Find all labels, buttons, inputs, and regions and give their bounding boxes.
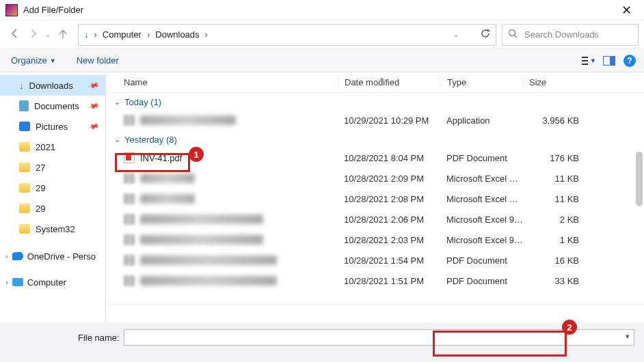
sidebar-group-onedrive[interactable]: ›OneDrive - Perso: [0, 245, 105, 268]
sidebar-item-folder[interactable]: 27: [0, 157, 105, 178]
cell-date: 10/28/2021 2:03 PM: [338, 235, 441, 245]
sidebar-item-folder[interactable]: 29: [0, 198, 105, 219]
cell-type: Microsoft Excel 97...: [441, 235, 523, 245]
sidebar-item-pictures[interactable]: Pictures📌: [0, 116, 105, 137]
sidebar-item-label: Documents: [34, 101, 79, 111]
cell-name: INV-41.pdf: [140, 153, 182, 163]
chevron-right-icon: ›: [205, 29, 208, 40]
pin-icon: 📌: [88, 120, 100, 133]
sidebar-item-downloads[interactable]: ↓Downloads📌: [0, 75, 105, 96]
sidebar-group-computer[interactable]: ›Computer: [0, 270, 105, 294]
sidebar-item-label: Pictures: [36, 122, 68, 132]
file-row[interactable]: 10/28/2021 2:06 PM Microsoft Excel 97...…: [110, 209, 644, 229]
sidebar-item-folder[interactable]: System32: [0, 219, 105, 239]
cell-size: 11 KB: [523, 173, 591, 184]
recent-dropdown[interactable]: ⌄: [45, 31, 51, 38]
search-input[interactable]: [523, 29, 632, 40]
filename-input[interactable]: [124, 329, 634, 346]
column-name[interactable]: Name: [106, 77, 338, 87]
chevron-right-icon: ›: [147, 29, 150, 40]
file-pane: Name Date modified Type Size ⌄Today (1) …: [106, 72, 644, 322]
group-header[interactable]: ⌄Today (1): [110, 93, 644, 110]
nav-row: ⌄ ↓ › Computer › Downloads › ⌄: [0, 20, 644, 49]
file-row[interactable]: 10/28/2021 1:51 PM PDF Document 33 KB: [110, 270, 644, 291]
forward-button[interactable]: [27, 28, 38, 41]
chevron-right-icon: ›: [5, 278, 8, 286]
svg-line-1: [515, 36, 518, 38]
file-row[interactable]: 10/28/2021 2:08 PM Microsoft Excel W... …: [110, 189, 644, 209]
up-button[interactable]: [57, 28, 68, 41]
pin-icon: 📌: [88, 79, 100, 92]
folder-icon: [19, 224, 30, 234]
cell-date: 10/28/2021 2:08 PM: [338, 194, 441, 204]
cell-size: 2 KB: [523, 214, 591, 225]
folder-icon: [19, 163, 30, 172]
search-box[interactable]: [502, 24, 639, 46]
breadcrumb-item[interactable]: Computer: [103, 29, 142, 40]
cell-date: 10/28/2021 2:09 PM: [338, 173, 441, 184]
breadcrumb-item[interactable]: Downloads: [155, 29, 199, 40]
chevron-right-icon: ›: [94, 29, 97, 40]
sidebar-item-folder[interactable]: 29: [0, 178, 105, 198]
organize-menu[interactable]: Organize▼: [7, 53, 60, 68]
sidebar-item-label: Downloads: [29, 81, 73, 91]
sidebar-item-label: System32: [36, 224, 75, 234]
app-icon: [5, 4, 18, 16]
cell-type: Microsoft Excel 97...: [441, 214, 523, 225]
scrollbar[interactable]: [636, 152, 643, 206]
folder-icon: [19, 183, 30, 193]
sidebar-item-folder[interactable]: 2021: [0, 137, 105, 157]
new-folder-button[interactable]: New folder: [72, 53, 123, 68]
cell-size: 176 KB: [523, 153, 591, 163]
cell-type: Application: [441, 115, 523, 126]
file-list: ⌄Today (1) 10/29/2021 10:29 PM Applicati…: [106, 93, 644, 305]
pin-icon: 📌: [88, 100, 100, 112]
file-row[interactable]: 10/28/2021 2:09 PM Microsoft Excel W... …: [110, 168, 644, 189]
column-size[interactable]: Size: [523, 77, 591, 87]
search-icon: [508, 29, 518, 40]
refresh-button[interactable]: [481, 29, 490, 40]
pdf-icon: [124, 152, 135, 163]
cell-date: 10/28/2021 1:54 PM: [338, 255, 441, 266]
column-date[interactable]: Date modified: [338, 77, 441, 87]
address-dropdown[interactable]: ⌄: [453, 31, 459, 38]
document-icon: [19, 100, 29, 111]
cell-type: Microsoft Excel W...: [441, 194, 523, 204]
download-icon: ↓: [19, 81, 24, 91]
sidebar: ↓Downloads📌 Documents📌 Pictures📌 2021 27…: [0, 72, 106, 322]
sidebar-item-label: 29: [36, 204, 45, 214]
file-row[interactable]: 10/29/2021 10:29 PM Application 3,956 KB: [110, 110, 644, 130]
back-button[interactable]: [10, 28, 21, 41]
sidebar-item-label: 29: [36, 183, 45, 193]
address-bar[interactable]: ↓ › Computer › Downloads › ⌄: [78, 24, 496, 46]
help-icon: ?: [623, 55, 636, 67]
file-row[interactable]: 10/28/2021 2:03 PM Microsoft Excel 97...…: [110, 229, 644, 250]
annotation-callout: 1: [189, 147, 204, 162]
help-button[interactable]: ?: [622, 53, 637, 68]
cell-date: 10/29/2021 10:29 PM: [338, 115, 441, 126]
column-type[interactable]: Type: [441, 77, 523, 87]
view-menu[interactable]: ▼: [581, 53, 596, 68]
group-header[interactable]: ⌄Yesterday (8): [110, 130, 644, 148]
preview-pane-button[interactable]: [602, 53, 617, 68]
file-row[interactable]: 10/28/2021 1:54 PM PDF Document 16 KB: [110, 250, 644, 270]
computer-icon: [12, 278, 23, 286]
cell-type: Microsoft Excel W...: [441, 173, 523, 184]
group-label: Yesterday (8): [124, 135, 177, 145]
close-button[interactable]: ✕: [615, 0, 639, 20]
chevron-right-icon: ›: [5, 252, 8, 260]
cell-date: 10/28/2021 1:51 PM: [338, 276, 441, 286]
folder-icon: [19, 204, 30, 213]
group-label: Today (1): [124, 97, 161, 107]
cell-type: PDF Document: [441, 276, 523, 286]
dialog-footer: File name: Select Cancel wsxdn.com: [0, 322, 644, 362]
cell-size: 1 KB: [523, 235, 591, 245]
filename-label: File name:: [78, 333, 120, 343]
cell-size: 16 KB: [523, 255, 591, 266]
cell-size: 3,956 KB: [523, 115, 591, 126]
column-headers: Name Date modified Type Size: [106, 72, 644, 93]
sidebar-item-documents[interactable]: Documents📌: [0, 96, 105, 116]
cell-type: PDF Document: [441, 153, 523, 163]
chevron-down-icon: ⌄: [114, 135, 120, 144]
cell-date: 10/28/2021 8:04 PM: [338, 153, 441, 163]
